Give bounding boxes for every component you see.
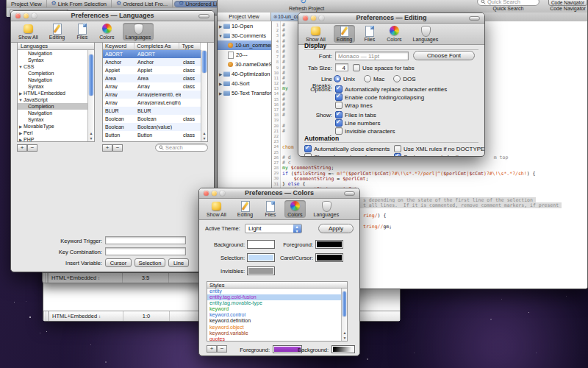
sidebar-item[interactable]: ▶HTML+Embedded [18, 90, 87, 96]
insert-selection-button[interactable]: Selection [135, 258, 165, 267]
table-row[interactable]: BLURBLUR [103, 107, 201, 115]
checkbox-row[interactable]: Syntax-aware indenting [394, 153, 465, 157]
sidebar-item[interactable]: Completion [18, 70, 87, 77]
toolbar-item-colors[interactable]: Colors [284, 200, 305, 218]
tab-size-field[interactable]: 4 [335, 63, 348, 71]
sidebar-item[interactable]: ▼JavaScript [18, 96, 87, 103]
tree-item[interactable]: ▶40-Optimization [218, 69, 271, 79]
disclosure-collapsed-icon[interactable]: ▶ [218, 91, 223, 96]
checkbox-checked[interactable] [394, 153, 401, 157]
toolbar-item-show-all[interactable]: Show All [303, 25, 329, 43]
remove-keyword-button[interactable]: − [112, 144, 123, 152]
radio-unselected[interactable] [393, 75, 401, 82]
radio-mac[interactable]: Mac [364, 75, 384, 82]
toolbar-item-languages[interactable]: Languages [311, 200, 343, 218]
table-row[interactable]: AnchorAnchorclass [103, 58, 201, 66]
styles-scrollbar[interactable]: ▲▼ [341, 289, 347, 341]
checkbox-row[interactable]: Enable code folding/collapsing [335, 93, 424, 101]
table-row[interactable]: AppletAppletclass [103, 66, 201, 74]
disclosure-collapsed-icon[interactable]: ▶ [18, 91, 24, 96]
apply-button[interactable]: Apply [318, 224, 354, 233]
disclosure-collapsed-icon[interactable]: ▶ [218, 72, 223, 77]
toolbar-item-languages[interactable]: Languages [123, 23, 154, 40]
sidebar-item[interactable]: Syntax [18, 83, 87, 90]
checkbox-unchecked[interactable] [394, 145, 401, 152]
checkbox-unchecked[interactable] [304, 153, 312, 157]
style-item[interactable]: keyword.definition [207, 318, 341, 324]
font-field[interactable]: Monaco — 11pt [335, 52, 409, 60]
toolbar-item-editing[interactable]: Editing [234, 200, 256, 218]
refresh-icon[interactable]: ↻ [300, 0, 306, 6]
style-background-swatch[interactable] [331, 345, 355, 353]
checkbox-checked[interactable] [335, 85, 343, 93]
insert-cursor-button[interactable]: Cursor [105, 258, 132, 267]
swatch-foreground[interactable] [315, 240, 343, 249]
toolbar-item-languages[interactable]: Languages [410, 25, 442, 43]
toolbar-pill-button[interactable] [469, 16, 480, 21]
sidebar-item[interactable]: Navigation [18, 77, 87, 83]
sidebar-item[interactable]: Navigation [18, 50, 87, 57]
table-scrollbar[interactable]: ▲▼ [201, 50, 207, 141]
tree-item[interactable]: 30-nameDateStr [218, 60, 271, 69]
checkbox-checked[interactable] [335, 111, 343, 118]
zoom-button[interactable] [220, 191, 225, 196]
column-header[interactable]: Completes As [135, 43, 179, 50]
resize-grip-icon[interactable] [43, 273, 49, 283]
zoom-button[interactable] [32, 13, 37, 18]
syntax-mode-popup[interactable]: HTML+Embedded ↕ [49, 313, 123, 319]
disclosure-expanded-icon[interactable]: ▼ [18, 65, 24, 69]
table-row[interactable]: BooleanBooleanclass [103, 115, 201, 123]
checkbox-unchecked[interactable] [335, 127, 343, 135]
tree-item[interactable]: ▶10-Open [218, 21, 271, 31]
style-item[interactable]: entity.tag.cold-fusion [207, 294, 341, 300]
tree-item[interactable]: 20--- [218, 50, 271, 60]
style-item[interactable]: keyword [207, 306, 341, 312]
toolbar-item-colors[interactable]: Colors [96, 23, 117, 40]
checkbox-row[interactable]: Close element on </ [304, 153, 366, 157]
disclosure-collapsed-icon[interactable]: ▶ [18, 124, 24, 129]
radio-unix[interactable]: Unix [334, 75, 355, 82]
sidebar-item[interactable]: ▶MovableType [18, 123, 87, 130]
checkbox-row[interactable]: Use XML rules if no DOCTYPE [394, 145, 484, 152]
close-button[interactable] [15, 13, 21, 18]
checkbox-row[interactable]: Files in tabs [335, 111, 376, 118]
table-row[interactable]: ArrayArray(element0, eleme... [103, 91, 201, 99]
close-button[interactable] [204, 191, 209, 196]
table-row[interactable]: ABORTABORT [103, 50, 201, 58]
title-bar[interactable]: Preferences — Languages [11, 11, 214, 21]
quick-search-input[interactable]: Quick Search [477, 0, 539, 6]
keyword-search-input[interactable]: Search [155, 144, 208, 152]
swatch-invisibles[interactable] [247, 266, 275, 275]
checkbox-row[interactable]: Invisible characters [335, 127, 395, 135]
minimize-button[interactable] [24, 13, 29, 18]
style-item[interactable]: keyword.variable [207, 330, 341, 336]
zoom-button[interactable] [319, 15, 324, 21]
add-style-button[interactable]: + [207, 345, 217, 353]
table-row[interactable]: ButtonButtonclass [103, 131, 201, 139]
sidebar-item[interactable]: ▼CSS [18, 63, 87, 70]
checkbox-row[interactable]: Line numbers [335, 119, 380, 127]
table-row[interactable]: AreaAreaclass [103, 74, 201, 82]
code-navigator-button[interactable]: Code Navigator [548, 0, 587, 6]
toolbar-pill-button[interactable] [344, 191, 355, 196]
checkbox-checked[interactable] [335, 119, 343, 127]
checkbox-checked[interactable] [304, 145, 312, 152]
disclosure-collapsed-icon[interactable]: ▶ [18, 138, 24, 142]
favorites-item[interactable]: Project View [7, 0, 47, 7]
radio-unselected[interactable] [364, 75, 371, 82]
keyword-trigger-field[interactable] [105, 236, 186, 244]
style-item[interactable]: keyword.object [207, 325, 341, 330]
checkbox-unchecked[interactable] [353, 64, 360, 71]
checkbox-checked[interactable] [335, 93, 343, 101]
key-combination-field[interactable] [105, 247, 186, 255]
toolbar-item-editing[interactable]: Editing [334, 25, 355, 43]
column-header[interactable]: Keyword [103, 43, 135, 50]
project-view-header[interactable]: Project View [218, 13, 271, 21]
active-theme-popup[interactable]: Light ▲▼ [245, 224, 302, 233]
add-language-button[interactable]: + [17, 144, 27, 152]
swatch-caretcursor[interactable] [315, 253, 343, 262]
toolbar-pill-button[interactable] [198, 14, 209, 18]
table-row[interactable]: ArrayArrayclass [103, 82, 201, 91]
column-header[interactable]: Type [179, 43, 201, 50]
toolbar-item-files[interactable]: Files [73, 23, 91, 40]
